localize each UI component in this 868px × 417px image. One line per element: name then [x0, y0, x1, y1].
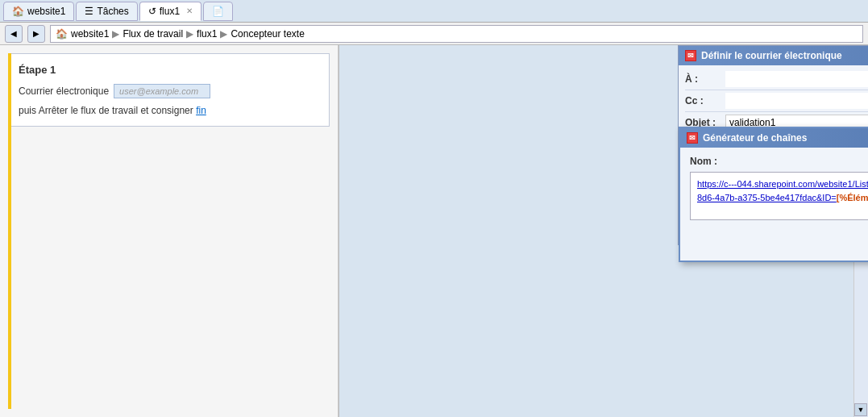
breadcrumb-concepteur[interactable]: Concepteur texte — [230, 28, 304, 40]
to-label: À : — [685, 73, 725, 85]
email-dialog-title-left: ✉ Définir le courrier électronique — [685, 50, 842, 61]
breadcrumb-flux1[interactable]: flux1 — [197, 28, 217, 40]
tab-bar: 🏠 website1 ☰ Tâches ↺ flux1 ✕ 📄 — [0, 0, 868, 23]
stop-text: puis Arrêter le flux de travail et consi… — [19, 105, 319, 116]
scroll-down-btn[interactable]: ▼ — [854, 403, 867, 416]
tab-flux1-label: flux1 — [160, 6, 180, 17]
string-dialog-body: Nom : https://c---044.sharepoint.com/web… — [680, 148, 868, 228]
email-dialog-title: Définir le courrier électronique — [701, 50, 842, 61]
tab-website1-label: website1 — [27, 6, 65, 17]
tab-flux1-icon: ↺ — [148, 6, 156, 17]
tab-taches-label: Tâches — [97, 6, 128, 17]
yellow-accent-bar — [8, 53, 11, 409]
breadcrumb-sep1: ▶ — [112, 28, 119, 40]
email-dialog-icon: ✉ — [685, 50, 696, 61]
tab-website1[interactable]: 🏠 website1 — [3, 2, 74, 21]
new-tab-icon: 📄 — [212, 6, 224, 17]
tab-new[interactable]: 📄 — [203, 2, 233, 21]
step-card: Étape 1 Courrier électronique user@examp… — [8, 53, 330, 127]
cc-field-row: Cc : 📋 — [685, 90, 868, 112]
forward-button[interactable]: ▶ — [27, 25, 45, 43]
breadcrumb-website1[interactable]: website1 — [71, 28, 109, 40]
string-dialog-icon: ✉ — [687, 132, 698, 144]
email-row: Courrier électronique user@example.com — [19, 84, 319, 98]
string-dialog-titlebar: ✉ Générateur de chaînes ? ✕ — [680, 128, 868, 148]
breadcrumb-sep3: ▶ — [220, 28, 227, 40]
back-button[interactable]: ◀ — [5, 25, 23, 43]
cc-label: Cc : — [685, 95, 725, 106]
breadcrumb: 🏠 website1 ▶ Flux de travail ▶ flux1 ▶ C… — [50, 25, 863, 43]
tab-flux1-close[interactable]: ✕ — [186, 6, 193, 15]
stop-link[interactable]: fin — [196, 105, 206, 116]
to-input[interactable] — [725, 71, 868, 87]
string-dialog-title-left: ✉ Générateur de chaînes — [687, 132, 807, 144]
email-dialog: ✉ Définir le courrier électronique ✕ À :… — [678, 45, 868, 245]
main-layout: Étape 1 Courrier électronique user@examp… — [0, 45, 868, 417]
tab-taches[interactable]: ☰ Tâches — [76, 2, 137, 21]
home-icon: 🏠 — [56, 28, 68, 40]
string-url-display: https://c---044.sharepoint.com/website1/… — [690, 172, 868, 220]
tab-home-icon: 🏠 — [12, 6, 24, 17]
string-dialog-footer: Annuler — [680, 228, 868, 261]
string-dialog-title: Générateur de chaînes — [703, 132, 807, 144]
tab-flux1[interactable]: ↺ flux1 ✕ — [139, 2, 201, 21]
step-title: Étape 1 — [19, 64, 319, 76]
cc-input[interactable] — [725, 93, 868, 109]
address-bar: ◀ ▶ 🏠 website1 ▶ Flux de travail ▶ flux1… — [0, 23, 868, 45]
email-value-display: user@example.com — [114, 84, 210, 98]
string-url-token: [%Élément en cours:ID%] — [837, 193, 868, 202]
breadcrumb-flux[interactable]: Flux de travail — [123, 28, 183, 40]
email-dialog-titlebar: ✉ Définir le courrier électronique ✕ — [679, 46, 868, 65]
to-field-row: À : 📋 — [685, 69, 868, 90]
tab-taches-icon: ☰ — [85, 6, 93, 17]
breadcrumb-sep2: ▶ — [186, 28, 193, 40]
stop-text-label: puis Arrêter le flux de travail et consi… — [19, 105, 193, 116]
email-label: Courrier électronique — [19, 85, 109, 97]
string-generator-dialog: ✉ Générateur de chaînes ? ✕ Nom : https:… — [679, 127, 868, 262]
left-panel: Étape 1 Courrier électronique user@examp… — [0, 45, 338, 417]
string-nom-label: Nom : — [690, 156, 868, 167]
